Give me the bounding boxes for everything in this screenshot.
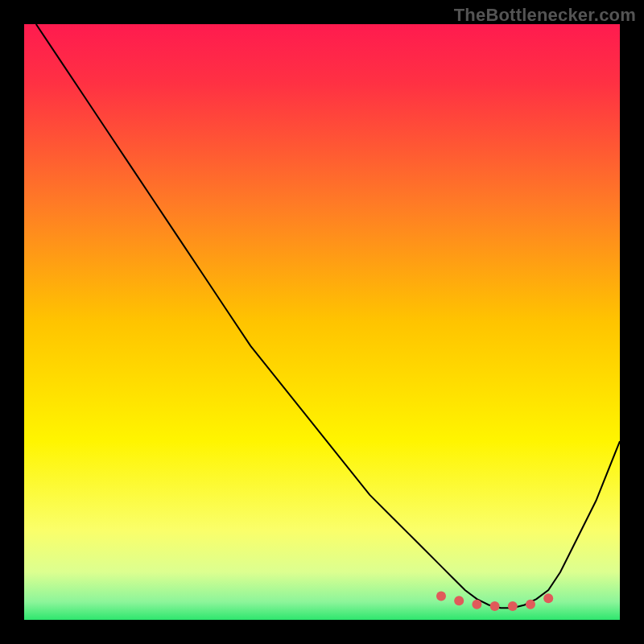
marker-dot	[508, 601, 518, 611]
marker-dot	[472, 600, 481, 609]
marker-dot	[490, 601, 500, 611]
bottleneck-chart	[24, 24, 620, 620]
gradient-field	[24, 24, 620, 620]
marker-dot	[454, 596, 464, 605]
chart-stage: TheBottlenecker.com	[0, 0, 644, 644]
marker-dot	[543, 593, 553, 603]
watermark-text: TheBottlenecker.com	[454, 5, 636, 26]
marker-dot	[436, 591, 446, 601]
marker-dot	[526, 600, 535, 609]
